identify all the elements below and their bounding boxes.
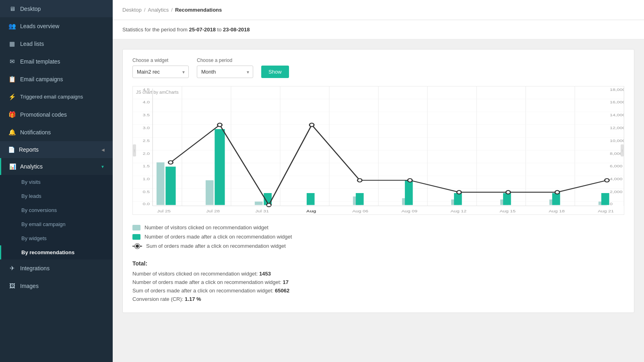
svg-text:12,000: 12,000 bbox=[610, 125, 624, 130]
submenu-by-leads[interactable]: By leads bbox=[0, 189, 113, 203]
stats-date-to: 23-08-2018 bbox=[223, 27, 250, 33]
svg-text:16,000: 16,000 bbox=[610, 100, 624, 104]
email-templates-icon: ✉ bbox=[8, 58, 16, 65]
svg-rect-33 bbox=[206, 180, 214, 205]
svg-text:Jul 31: Jul 31 bbox=[255, 209, 269, 213]
legend-label-orders: Number of orders made after a click on r… bbox=[144, 234, 292, 240]
totals-value-visitors: 1453 bbox=[259, 271, 271, 277]
svg-point-56 bbox=[408, 179, 412, 182]
breadcrumb-sep-2: / bbox=[171, 7, 173, 13]
chart-container: ⋮ ⋮ JS chart by amCharts bbox=[132, 86, 624, 215]
breadcrumb-sep-1: / bbox=[144, 7, 146, 13]
legend-label-visitors: Number of visitors clicked on recommenda… bbox=[144, 224, 268, 230]
svg-text:18,000: 18,000 bbox=[610, 87, 624, 91]
svg-text:6,000: 6,000 bbox=[610, 164, 623, 168]
legend-item-visitors: Number of visitors clicked on recommenda… bbox=[132, 224, 624, 230]
totals-value-sum: 65062 bbox=[275, 288, 289, 294]
svg-text:1.0: 1.0 bbox=[143, 177, 150, 181]
page-content: Choose a widget Main2 rec ▼ Choose a per… bbox=[113, 39, 644, 362]
desktop-icon: 🖥 bbox=[8, 5, 16, 12]
period-selector-group: Choose a period Month ▼ bbox=[197, 58, 253, 78]
main-content: Desktop / Analytics / Recommendations St… bbox=[113, 0, 644, 362]
triggered-icon: ⚡ bbox=[8, 93, 16, 101]
legend-item-sum: Sum of orders made after a click on reco… bbox=[132, 243, 624, 249]
totals-row-cr: Conversion rate (CR): 1.17 % bbox=[132, 296, 624, 302]
sidebar-item-leads-overview[interactable]: 👥 Leads overview bbox=[0, 17, 113, 35]
svg-text:Aug 12: Aug 12 bbox=[450, 209, 466, 213]
submenu-by-conversions[interactable]: By conversions bbox=[0, 203, 113, 217]
svg-rect-32 bbox=[157, 162, 165, 205]
svg-rect-45 bbox=[356, 193, 364, 205]
svg-text:Jul 25: Jul 25 bbox=[157, 209, 171, 213]
svg-rect-50 bbox=[601, 193, 609, 205]
sidebar-item-email-templates[interactable]: ✉ Email templates bbox=[0, 53, 113, 70]
svg-rect-42 bbox=[215, 129, 225, 205]
breadcrumb: Desktop / Analytics / Recommendations bbox=[122, 7, 222, 13]
sidebar-item-lead-lists[interactable]: ▦ Lead lists bbox=[0, 35, 113, 53]
svg-text:Aug 18: Aug 18 bbox=[549, 209, 565, 213]
notifications-icon: 🔔 bbox=[8, 129, 16, 136]
leads-overview-icon: 👥 bbox=[8, 23, 16, 30]
breadcrumb-analytics[interactable]: Analytics bbox=[148, 7, 169, 13]
integrations-icon: ✈ bbox=[8, 265, 16, 272]
reports-chevron-icon: ◀ bbox=[101, 148, 105, 152]
sidebar-item-desktop[interactable]: 🖥 Desktop bbox=[0, 0, 113, 17]
controls-row: Choose a widget Main2 rec ▼ Choose a per… bbox=[132, 58, 624, 78]
show-button[interactable]: Show bbox=[261, 66, 289, 78]
svg-point-54 bbox=[310, 123, 314, 126]
sidebar-item-email-campaigns[interactable]: 📋 Email campaigns bbox=[0, 70, 113, 88]
widget-panel: Choose a widget Main2 rec ▼ Choose a per… bbox=[122, 49, 634, 313]
submenu-by-email-campaign[interactable]: By email campaign bbox=[0, 217, 113, 231]
svg-point-57 bbox=[457, 191, 461, 194]
svg-rect-34 bbox=[255, 202, 263, 205]
analytics-chevron-icon: ▼ bbox=[101, 165, 105, 169]
sidebar-section-analytics[interactable]: 📊 Analytics ▼ bbox=[0, 158, 113, 175]
svg-point-60 bbox=[605, 179, 609, 182]
submenu-by-visits[interactable]: By visits bbox=[0, 175, 113, 189]
totals-section: Total: Number of visitors clicked on rec… bbox=[132, 259, 624, 302]
svg-text:Aug 06: Aug 06 bbox=[352, 209, 368, 213]
svg-text:Jul 28: Jul 28 bbox=[206, 209, 220, 213]
widget-label: Choose a widget bbox=[132, 58, 189, 63]
chart-svg: 4.5 4.0 3.5 3.0 2.5 2.0 1.5 1.0 0.5 0.0 … bbox=[133, 86, 624, 214]
legend-color-orders bbox=[132, 234, 140, 240]
breadcrumb-desktop[interactable]: Desktop bbox=[122, 7, 142, 13]
sidebar-item-notifications[interactable]: 🔔 Notifications bbox=[0, 123, 113, 141]
chart-grip-right[interactable]: ⋮ bbox=[621, 144, 624, 156]
svg-text:3.0: 3.0 bbox=[143, 125, 150, 130]
stats-to: to bbox=[217, 27, 223, 33]
svg-point-52 bbox=[217, 123, 222, 126]
svg-text:3.5: 3.5 bbox=[143, 113, 150, 117]
svg-text:0.0: 0.0 bbox=[143, 202, 150, 206]
stats-prefix: Statistics for the period from bbox=[122, 27, 188, 33]
svg-text:2.0: 2.0 bbox=[143, 151, 150, 155]
svg-rect-44 bbox=[307, 193, 315, 205]
widget-select[interactable]: Main2 rec bbox=[132, 66, 189, 78]
sidebar-item-images[interactable]: 🖼 Images bbox=[0, 277, 113, 294]
sidebar-item-triggered-email-campaigns[interactable]: ⚡ Triggered email campaigns bbox=[0, 88, 113, 106]
sidebar: 🖥 Desktop 👥 Leads overview ▦ Lead lists … bbox=[0, 0, 113, 362]
svg-point-55 bbox=[357, 179, 362, 182]
svg-text:10,000: 10,000 bbox=[610, 138, 624, 142]
submenu-by-recommendations[interactable]: By recommendations bbox=[0, 245, 113, 259]
period-label: Choose a period bbox=[197, 58, 253, 63]
totals-value-cr: 1.17 % bbox=[185, 296, 201, 302]
svg-text:0.5: 0.5 bbox=[143, 189, 150, 193]
sidebar-item-integrations[interactable]: ✈ Integrations bbox=[0, 259, 113, 277]
images-icon: 🖼 bbox=[8, 282, 16, 289]
svg-rect-41 bbox=[165, 167, 175, 205]
chart-legend: Number of visitors clicked on recommenda… bbox=[132, 224, 624, 249]
sidebar-item-promotional-codes[interactable]: 🎁 Promotional codes bbox=[0, 106, 113, 123]
sidebar-section-reports[interactable]: 📄 Reports ◀ bbox=[0, 141, 113, 158]
chart-grip-left[interactable]: ⋮ bbox=[133, 144, 136, 156]
topbar: Desktop / Analytics / Recommendations bbox=[113, 0, 644, 20]
stats-header: Statistics for the period from 25-07-201… bbox=[113, 20, 644, 39]
svg-point-59 bbox=[555, 191, 559, 194]
totals-value-orders: 17 bbox=[283, 279, 289, 285]
svg-text:14,000: 14,000 bbox=[610, 113, 624, 117]
svg-text:1.5: 1.5 bbox=[143, 164, 150, 168]
period-select[interactable]: Month bbox=[197, 66, 253, 78]
totals-row-visitors: Number of visitors clicked on recommenda… bbox=[132, 271, 624, 277]
svg-text:2,000: 2,000 bbox=[610, 189, 623, 193]
submenu-by-widgets[interactable]: By widgets bbox=[0, 231, 113, 245]
